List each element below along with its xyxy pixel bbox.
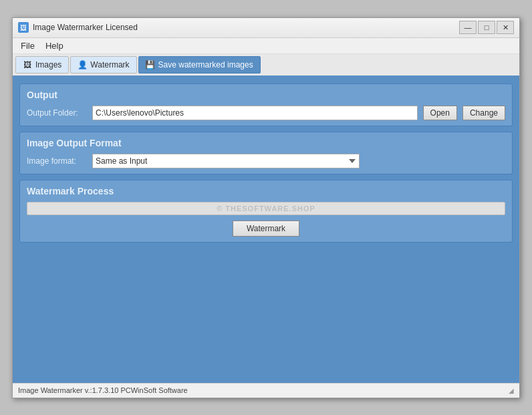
toolbar: 🖼 Images 👤 Watermark 💾 Save watermarked … (13, 54, 519, 77)
format-section-title: Image Output Format (27, 138, 505, 148)
main-content: Output Output Folder: Open Change Image … (13, 77, 519, 383)
window-title: Image Watermarker Licensed (33, 23, 459, 32)
content-spacer (19, 248, 513, 376)
app-icon: 🖼 (18, 22, 29, 33)
output-section-title: Output (27, 90, 505, 100)
output-folder-row: Output Folder: Open Change (27, 106, 505, 120)
maximize-button[interactable]: □ (478, 21, 495, 34)
minimize-button[interactable]: — (459, 21, 477, 34)
status-text: Image Watermarker v.:1.7.3.10 PCWinSoft … (18, 386, 188, 394)
tab-images[interactable]: 🖼 Images (15, 56, 69, 74)
output-folder-input[interactable] (92, 106, 418, 120)
output-folder-label: Output Folder: (27, 108, 87, 118)
close-button[interactable]: ✕ (497, 21, 514, 34)
window-controls: — □ ✕ (459, 21, 514, 34)
change-button[interactable]: Change (462, 106, 505, 120)
progress-watermark-text: © THESOFTWARE.SHOP (27, 202, 505, 215)
watermark-section: Watermark Process © THESOFTWARE.SHOP Wat… (19, 180, 513, 243)
progress-bar-container: © THESOFTWARE.SHOP (27, 202, 505, 215)
format-row: Image format: Same as Input JPEG PNG BMP… (27, 154, 505, 168)
open-button[interactable]: Open (423, 106, 457, 120)
watermark-button[interactable]: Watermark (233, 221, 299, 237)
main-window: 🖼 Image Watermarker Licensed — □ ✕ File … (12, 17, 520, 398)
watermark-tab-icon: 👤 (78, 60, 87, 70)
format-label: Image format: (27, 156, 87, 166)
tab-watermark[interactable]: 👤 Watermark (70, 56, 136, 74)
menu-help[interactable]: Help (40, 39, 69, 52)
title-bar: 🖼 Image Watermarker Licensed — □ ✕ (13, 18, 519, 38)
images-tab-icon: 🖼 (23, 60, 32, 70)
format-section: Image Output Format Image format: Same a… (19, 132, 513, 174)
status-bar: Image Watermarker v.:1.7.3.10 PCWinSoft … (13, 383, 519, 398)
format-select[interactable]: Same as Input JPEG PNG BMP TIFF GIF (92, 154, 360, 168)
tab-save-label: Save watermarked images (158, 60, 253, 70)
watermark-btn-row: Watermark (27, 221, 505, 237)
tab-watermark-label: Watermark (90, 60, 129, 70)
tab-save[interactable]: 💾 Save watermarked images (138, 56, 261, 74)
watermark-section-title: Watermark Process (27, 186, 505, 196)
output-section: Output Output Folder: Open Change (19, 84, 513, 126)
tab-images-label: Images (35, 60, 61, 70)
resize-icon: ◢ (509, 387, 514, 394)
menu-bar: File Help (13, 38, 519, 54)
menu-file[interactable]: File (15, 39, 40, 52)
save-tab-icon: 💾 (146, 60, 155, 70)
